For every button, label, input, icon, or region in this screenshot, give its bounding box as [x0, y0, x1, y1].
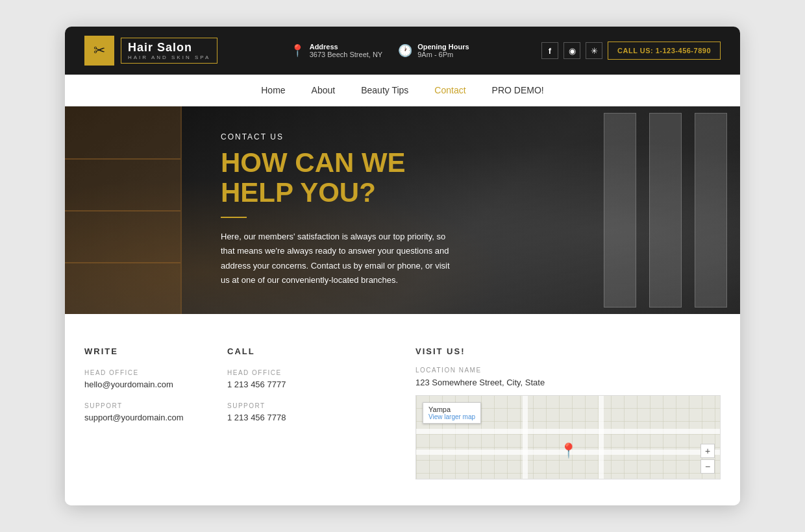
nav-contact[interactable]: Contact — [421, 75, 478, 106]
map-container: Yampa View larger map 📍 + − — [415, 395, 721, 479]
logo-text-area: Hair Salon HAIR AND SKIN SPA — [121, 38, 217, 64]
map-label[interactable]: Yampa View larger map — [423, 402, 481, 424]
clock-icon: 🕐 — [398, 43, 412, 58]
site-header: ✂ Hair Salon HAIR AND SKIN SPA 📍 Address… — [65, 27, 740, 75]
call-title: CALL — [227, 346, 331, 356]
call-support-value: 1 213 456 7778 — [227, 413, 331, 422]
write-column: WRITE HEAD OFFICE hello@yourdomain.com S… — [84, 346, 188, 479]
nav-about[interactable]: About — [299, 75, 349, 106]
write-support-value: support@yourdomain.com — [84, 413, 188, 422]
location-value: 123 Somewhere Street, City, State — [415, 378, 721, 387]
main-nav: Home About Beauty Tips Contact PRO DEMO! — [65, 75, 740, 106]
call-button[interactable]: CALL US: 1-123-456-7890 — [608, 42, 721, 60]
social-links: f ◉ ✳ CALL US: 1-123-456-7890 — [541, 42, 721, 60]
hours-value: 9Am - 6Pm — [417, 51, 469, 58]
hero-divider — [221, 217, 247, 218]
nav-pro-demo[interactable]: PRO DEMO! — [479, 75, 557, 106]
shelf-decoration — [65, 106, 182, 314]
contact-left: WRITE HEAD OFFICE hello@yourdomain.com S… — [84, 346, 390, 479]
address-value: 3673 Beech Street, NY — [310, 51, 383, 58]
write-head-office-label: HEAD OFFICE — [84, 369, 188, 376]
map-larger-link[interactable]: View larger map — [428, 413, 475, 420]
map-road-horizontal — [416, 429, 720, 434]
address-text: Address 3673 Beech Street, NY — [310, 43, 383, 58]
contact-label: CONTACT US — [221, 132, 454, 141]
nav-beauty-tips[interactable]: Beauty Tips — [348, 75, 421, 106]
visit-title: VISIT US! — [415, 346, 721, 356]
map-place-name: Yampa — [428, 405, 451, 413]
hours-text: Opening Hours 9Am - 6Pm — [417, 43, 469, 58]
write-head-office: HEAD OFFICE hello@yourdomain.com — [84, 369, 188, 389]
write-head-office-value: hello@yourdomain.com — [84, 380, 188, 389]
hero-section: CONTACT US HOW CAN WE HELP YOU? Here, ou… — [65, 106, 740, 314]
hours-block: 🕐 Opening Hours 9Am - 6Pm — [398, 43, 469, 58]
hero-content: CONTACT US HOW CAN WE HELP YOU? Here, ou… — [182, 106, 493, 313]
call-support-label: SUPPORT — [227, 402, 331, 409]
hero-description: Here, our members' satisfaction is alway… — [221, 230, 454, 287]
map-zoom-in[interactable]: + — [700, 444, 715, 458]
logo-area: ✂ Hair Salon HAIR AND SKIN SPA — [84, 36, 217, 66]
call-column: CALL HEAD OFFICE 1 213 456 7777 SUPPORT … — [227, 346, 331, 479]
call-head-office-label: HEAD OFFICE — [227, 369, 331, 376]
map-road-vertical — [523, 396, 528, 479]
yelp-icon[interactable]: ✳ — [586, 42, 602, 59]
contact-section: WRITE HEAD OFFICE hello@yourdomain.com S… — [65, 314, 740, 505]
location-icon: 📍 — [290, 43, 304, 58]
logo-subtitle: HAIR AND SKIN SPA — [128, 54, 210, 60]
address-label: Address — [310, 43, 383, 51]
header-info: 📍 Address 3673 Beech Street, NY 🕐 Openin… — [237, 43, 522, 58]
visit-column: VISIT US! LOCATION NAME 123 Somewhere St… — [415, 346, 721, 479]
call-head-office: HEAD OFFICE 1 213 456 7777 — [227, 369, 331, 389]
hours-label: Opening Hours — [417, 43, 469, 51]
nav-home[interactable]: Home — [248, 75, 298, 106]
logo-icon: ✂ — [84, 36, 114, 66]
map-zoom-out[interactable]: − — [700, 459, 715, 474]
instagram-icon[interactable]: ◉ — [564, 42, 580, 59]
mirror-decoration — [532, 106, 740, 314]
location-label: LOCATION NAME — [415, 367, 721, 374]
write-support: SUPPORT support@yourdomain.com — [84, 402, 188, 422]
write-support-label: SUPPORT — [84, 402, 188, 409]
logo-name: Hair Salon — [128, 41, 210, 54]
hero-title: HOW CAN WE HELP YOU? — [221, 148, 454, 208]
map-pin: 📍 — [560, 442, 577, 459]
map-controls: + − — [700, 444, 715, 474]
facebook-icon[interactable]: f — [541, 42, 558, 59]
write-title: WRITE — [84, 346, 188, 356]
browser-window: ✂ Hair Salon HAIR AND SKIN SPA 📍 Address… — [65, 27, 740, 505]
call-head-office-value: 1 213 456 7777 — [227, 380, 331, 389]
address-block: 📍 Address 3673 Beech Street, NY — [290, 43, 383, 58]
call-support: SUPPORT 1 213 456 7778 — [227, 402, 331, 422]
map-road-vertical-2 — [599, 396, 604, 479]
